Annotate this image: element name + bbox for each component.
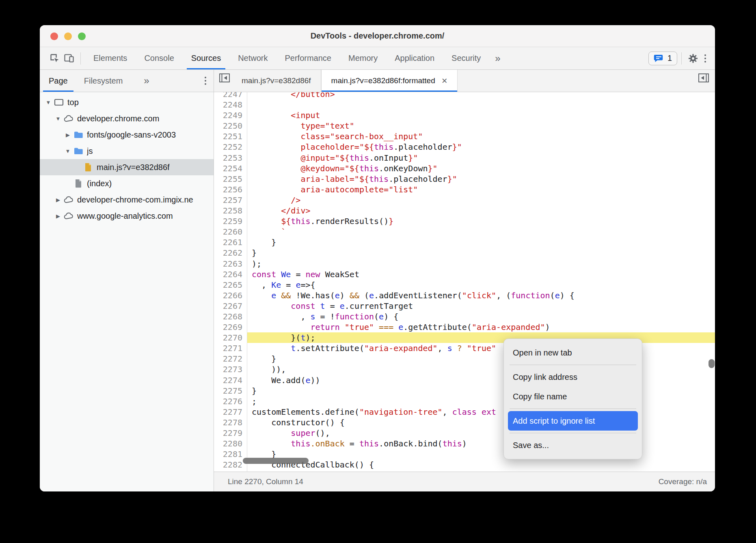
code-line-2253[interactable]: 2253 @input="${this.onInput}": [214, 153, 715, 163]
code-line-2255[interactable]: 2255 aria-label="${this.placeholder}": [214, 174, 715, 184]
horizontal-scrollbar-thumb[interactable]: [243, 458, 309, 464]
minimize-window-button[interactable]: [64, 32, 72, 40]
close-tab-icon[interactable]: ×: [442, 76, 447, 86]
line-number[interactable]: 2256: [214, 184, 242, 195]
line-number[interactable]: 2259: [214, 216, 242, 226]
line-number[interactable]: 2258: [214, 205, 242, 216]
more-panels-chevron-icon[interactable]: »: [489, 53, 506, 64]
code-line-2259[interactable]: 2259 ${this.renderResults()}: [214, 216, 715, 226]
code-line-2265[interactable]: 2265 , Ke = e=>{: [214, 280, 715, 290]
code-line-2262[interactable]: 2262}: [214, 248, 715, 258]
line-number[interactable]: 2282: [214, 459, 242, 470]
menu-item-open-in-new-tab[interactable]: Open in new tab: [504, 343, 642, 362]
line-number[interactable]: 2274: [214, 375, 242, 386]
line-number[interactable]: 2267: [214, 301, 242, 311]
line-number[interactable]: 2263: [214, 259, 242, 269]
vertical-dots-icon[interactable]: [700, 52, 710, 65]
collapse-navigator-icon[interactable]: [217, 70, 232, 86]
tree-item-js[interactable]: ▼js: [40, 143, 214, 159]
tree-item-main-js-v-e382d86f[interactable]: main.js?v=e382d86f: [40, 159, 214, 175]
tab-elements[interactable]: Elements: [85, 47, 136, 69]
sidebar-tab-page[interactable]: Page: [48, 70, 69, 92]
sidebar-more-tabs-chevron-icon[interactable]: »: [138, 75, 155, 86]
line-number[interactable]: 2265: [214, 280, 242, 290]
line-number[interactable]: 2270: [214, 332, 242, 343]
line-number[interactable]: 2281: [214, 449, 242, 459]
tab-network[interactable]: Network: [229, 47, 276, 69]
line-number[interactable]: 2253: [214, 153, 242, 163]
collapse-arrow-icon[interactable]: ▼: [63, 148, 72, 154]
tab-performance[interactable]: Performance: [276, 47, 340, 69]
tab-security[interactable]: Security: [443, 47, 489, 69]
collapse-arrow-icon[interactable]: ▼: [54, 116, 63, 122]
code-line-2266[interactable]: 2266 e && !We.has(e) && (e.addEventListe…: [214, 290, 715, 301]
code-line-2254[interactable]: 2254 @keydown="${this.onKeyDown}": [214, 163, 715, 174]
line-number[interactable]: 2261: [214, 237, 242, 248]
collapse-arrow-icon[interactable]: ▼: [44, 99, 53, 106]
line-number[interactable]: 2260: [214, 226, 242, 237]
tab-application[interactable]: Application: [386, 47, 443, 69]
line-number[interactable]: 2264: [214, 269, 242, 280]
code-line-2256[interactable]: 2256 aria-autocomplete="list": [214, 184, 715, 195]
code-line-2248[interactable]: 2248: [214, 99, 715, 110]
line-number[interactable]: 2248: [214, 99, 242, 110]
line-number[interactable]: 2280: [214, 438, 242, 449]
line-number[interactable]: 2249: [214, 110, 242, 121]
code-line-2261[interactable]: 2261 }: [214, 237, 715, 248]
line-number[interactable]: 2252: [214, 142, 242, 152]
code-line-2264[interactable]: 2264const We = new WeakSet: [214, 269, 715, 280]
line-number[interactable]: 2262: [214, 248, 242, 258]
code-line-2252[interactable]: 2252 placeholder="${this.placeholder}": [214, 142, 715, 152]
code-line-2269[interactable]: 2269 return "true" === e.getAttribute("a…: [214, 322, 715, 332]
close-window-button[interactable]: [50, 32, 58, 40]
tab-memory[interactable]: Memory: [340, 47, 386, 69]
line-number[interactable]: 2255: [214, 174, 242, 184]
code-line-2249[interactable]: 2249 <input: [214, 110, 715, 121]
tree-item-www-google-analytics-com[interactable]: ▶www.google-analytics.com: [40, 208, 214, 224]
line-number[interactable]: 2277: [214, 407, 242, 417]
tree-item-developer-chrome-com-imgix-ne[interactable]: ▶developer-chrome-com.imgix.ne: [40, 192, 214, 208]
inspect-element-icon[interactable]: [47, 50, 62, 67]
line-number[interactable]: 2268: [214, 311, 242, 322]
line-number[interactable]: 2257: [214, 195, 242, 205]
code-line-2267[interactable]: 2267 const t = e.currentTarget: [214, 301, 715, 311]
expand-arrow-icon[interactable]: ▶: [63, 132, 72, 138]
expand-arrow-icon[interactable]: ▶: [54, 213, 63, 219]
vertical-scrollbar-thumb[interactable]: [708, 359, 715, 368]
line-number[interactable]: 2278: [214, 417, 242, 428]
line-number[interactable]: 2251: [214, 131, 242, 142]
tree-item--index-[interactable]: (index): [40, 175, 214, 192]
tree-item-fonts-google-sans-v2003[interactable]: ▶fonts/google-sans-v2003: [40, 127, 214, 143]
line-number[interactable]: 2279: [214, 428, 242, 438]
tab-sources[interactable]: Sources: [183, 47, 229, 69]
code-line-2260[interactable]: 2260 `: [214, 226, 715, 237]
code-line-2247[interactable]: 2247 </button>: [214, 92, 715, 99]
zoom-window-button[interactable]: [78, 32, 86, 40]
menu-item-add-script-to-ignore-list[interactable]: Add script to ignore list: [508, 411, 638, 431]
line-number[interactable]: 2275: [214, 386, 242, 396]
code-line-2263[interactable]: 2263);: [214, 259, 715, 269]
menu-item-save-as-[interactable]: Save as...: [504, 435, 642, 455]
line-number[interactable]: 2272: [214, 353, 242, 364]
editor-tab-0[interactable]: main.js?v=e382d86f: [232, 70, 321, 92]
menu-item-copy-file-name[interactable]: Copy file name: [504, 387, 642, 406]
line-number[interactable]: 2269: [214, 322, 242, 332]
issues-badge[interactable]: 1: [648, 52, 677, 65]
code-line-2258[interactable]: 2258 </div>: [214, 205, 715, 216]
code-line-2251[interactable]: 2251 class="search-box__input": [214, 131, 715, 142]
line-number[interactable]: 2250: [214, 121, 242, 131]
line-number[interactable]: 2276: [214, 396, 242, 407]
tree-item-top[interactable]: ▼top: [40, 94, 214, 110]
code-line-2257[interactable]: 2257 />: [214, 195, 715, 205]
tab-console[interactable]: Console: [136, 47, 182, 69]
gear-icon[interactable]: [686, 50, 700, 67]
line-number[interactable]: 2266: [214, 290, 242, 301]
editor-tab-1[interactable]: main.js?v=e382d86f:formatted×: [321, 70, 458, 92]
line-number[interactable]: 2247: [214, 92, 242, 99]
line-number[interactable]: 2271: [214, 343, 242, 353]
code-line-2268[interactable]: 2268 , s = !function(e) {: [214, 311, 715, 322]
tree-item-developer-chrome-com[interactable]: ▼developer.chrome.com: [40, 110, 214, 127]
sidebar-menu-dots-icon[interactable]: [201, 74, 210, 87]
line-number[interactable]: 2254: [214, 163, 242, 174]
menu-item-copy-link-address[interactable]: Copy link address: [504, 367, 642, 387]
